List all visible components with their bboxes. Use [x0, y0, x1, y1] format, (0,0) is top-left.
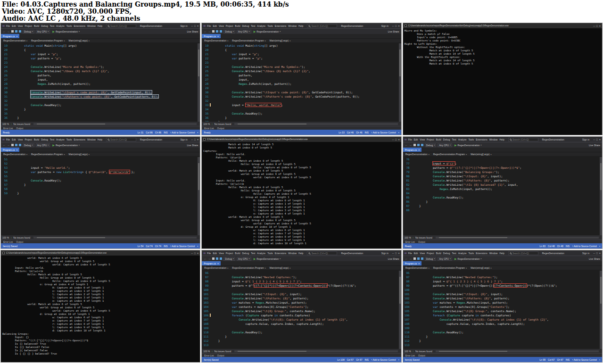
platform-dropdown[interactable]: Any CPU▾ [438, 143, 452, 147]
scrollbar-thumb[interactable] [37, 124, 105, 124]
minimize-icon[interactable]: – [191, 138, 193, 141]
minimize-icon[interactable]: – [191, 25, 193, 27]
menu-item-window[interactable]: Window [87, 138, 96, 141]
scrollbar-thumb[interactable] [439, 237, 507, 238]
debug-configuration-dropdown[interactable]: Debug▾ [223, 30, 235, 33]
maximize-icon[interactable]: □ [395, 138, 396, 141]
navigation-dropdown-1[interactable]: RegexDemonstration▾ [204, 266, 228, 269]
close-icon[interactable]: × [398, 252, 399, 255]
menu-item-edit[interactable]: Edit [213, 25, 217, 27]
scrollbar-thumb[interactable] [37, 237, 105, 238]
menu-item-test[interactable]: Test [251, 25, 255, 27]
horizontal-scrollbar[interactable] [436, 237, 599, 239]
save-icon[interactable] [216, 257, 218, 260]
navigation-dropdown-3[interactable]: Main(string[] args)▾ [69, 153, 90, 156]
panel-tab-output[interactable]: Output [16, 240, 23, 243]
menu-item-project[interactable]: Project [226, 25, 233, 27]
search-box[interactable]: Search (Ctrl+Q) [508, 251, 538, 255]
panel-tab-error-list[interactable]: Error List [405, 240, 415, 243]
horizontal-scrollbar[interactable] [436, 350, 599, 352]
scrollbar-thumb[interactable] [198, 50, 199, 76]
live-share-button[interactable]: Live Share [589, 257, 600, 260]
save-all-icon[interactable] [220, 257, 222, 260]
navigate-forward-icon[interactable]: → [208, 30, 211, 33]
zoom-level[interactable]: 100 % [2, 236, 9, 239]
panel-tab-output[interactable]: Output [16, 127, 23, 130]
scrollbar-thumb[interactable] [600, 277, 602, 303]
navigation-dropdown-3[interactable]: Main(string[] args)▾ [471, 266, 491, 269]
debug-configuration-dropdown[interactable]: Debug▾ [23, 143, 34, 147]
menu-item-test[interactable]: Test [251, 252, 255, 255]
minimize-icon[interactable]: – [392, 138, 394, 141]
menu-item-analyze[interactable]: Analyze [257, 25, 265, 27]
new-file-icon[interactable] [413, 257, 416, 260]
debug-configuration-dropdown[interactable]: Debug▾ [223, 257, 235, 261]
navigation-dropdown-3[interactable]: Main(string[] args)▾ [270, 266, 290, 269]
tab-close-icon[interactable]: × [418, 262, 420, 265]
close-icon[interactable]: × [197, 25, 198, 27]
menu-item-build[interactable]: Build [34, 138, 39, 141]
menu-item-help[interactable]: Help [298, 252, 303, 255]
tab-close-icon[interactable]: × [17, 35, 18, 38]
save-icon[interactable] [216, 30, 218, 33]
menu-item-project[interactable]: Project [25, 25, 32, 27]
close-icon[interactable]: × [398, 138, 399, 141]
menu-item-view[interactable]: View [420, 252, 425, 255]
code-editor[interactable]: 76777879808182838485868788 input = @"{}"… [403, 156, 602, 235]
panel-tab-output[interactable]: Output [217, 354, 224, 357]
close-icon[interactable]: × [599, 252, 601, 255]
save-all-icon[interactable] [421, 144, 423, 146]
save-icon[interactable] [417, 144, 420, 146]
menu-item-window[interactable]: Window [489, 138, 498, 141]
add-to-source-control-button[interactable]: ↑ Add to Source Control [572, 245, 597, 248]
start-debugging-button[interactable]: ▶RegexDemonstration▾ [52, 144, 80, 147]
menu-item-analyze[interactable]: Analyze [458, 138, 467, 141]
menu-item-help[interactable]: Help [499, 252, 504, 255]
menu-item-test[interactable]: Test [452, 252, 456, 255]
add-to-source-control-button[interactable]: ↑ Add to Source Control [371, 131, 396, 134]
menu-item-debug[interactable]: Debug [242, 25, 249, 27]
menu-item-view[interactable]: View [420, 138, 425, 141]
scrollbar-thumb[interactable] [238, 124, 306, 124]
search-box[interactable]: Search (Ctrl+Q) [106, 24, 136, 28]
menu-item-analyze[interactable]: Analyze [458, 252, 467, 255]
live-share-button[interactable]: Live Share [589, 144, 600, 147]
maximize-icon[interactable]: □ [194, 252, 196, 255]
menu-item-file[interactable]: File [207, 25, 211, 27]
new-file-icon[interactable] [212, 257, 215, 260]
save-icon[interactable] [15, 144, 17, 146]
menu-item-build[interactable]: Build [235, 25, 240, 27]
menu-item-project[interactable]: Project [226, 252, 233, 255]
navigate-back-icon[interactable]: ← [405, 144, 408, 147]
menu-item-debug[interactable]: Debug [41, 25, 48, 27]
scrollbar-thumb[interactable] [600, 163, 602, 190]
horizontal-scrollbar[interactable] [33, 123, 197, 125]
vertical-scrollbar[interactable] [600, 157, 602, 235]
platform-dropdown[interactable]: Any CPU▾ [36, 30, 50, 33]
navigate-forward-icon[interactable]: → [409, 257, 412, 260]
start-debugging-button[interactable]: ▶RegexDemonstration▾ [454, 257, 482, 260]
menu-item-file[interactable]: File [207, 252, 211, 255]
navigation-dropdown-1[interactable]: RegexDemonstration▾ [405, 266, 430, 269]
menu-item-debug[interactable]: Debug [242, 252, 249, 255]
navigation-dropdown-1[interactable]: RegexDemonstration▾ [3, 39, 27, 42]
menu-item-tools[interactable]: Tools [267, 252, 273, 255]
sign-in-button[interactable]: Sign in [381, 252, 388, 255]
start-debugging-button[interactable]: ▶RegexDemonstration▾ [454, 144, 482, 147]
maximize-icon[interactable]: □ [596, 138, 597, 141]
menu-item-project[interactable]: Project [25, 138, 32, 141]
menu-item-tools[interactable]: Tools [267, 25, 273, 27]
vertical-scrollbar[interactable] [399, 43, 401, 122]
document-tab[interactable]: Program.cs× [403, 261, 421, 265]
save-all-icon[interactable] [220, 30, 222, 33]
zoom-level[interactable]: 100 % [203, 350, 210, 353]
add-to-source-control-button[interactable]: ↑ Add to Source Control [371, 358, 396, 361]
menu-item-view[interactable]: View [219, 252, 224, 255]
debug-configuration-dropdown[interactable]: Debug▾ [425, 143, 437, 147]
start-debugging-button[interactable]: ▶RegexDemonstration▾ [254, 30, 281, 33]
menu-item-file[interactable]: File [6, 138, 10, 141]
menu-item-window[interactable]: Window [288, 25, 297, 27]
code-editor[interactable]: 515253545556575859 input = "Hello world.… [1, 156, 200, 235]
menu-item-analyze[interactable]: Analyze [257, 252, 265, 255]
navigate-back-icon[interactable]: ← [3, 30, 6, 33]
